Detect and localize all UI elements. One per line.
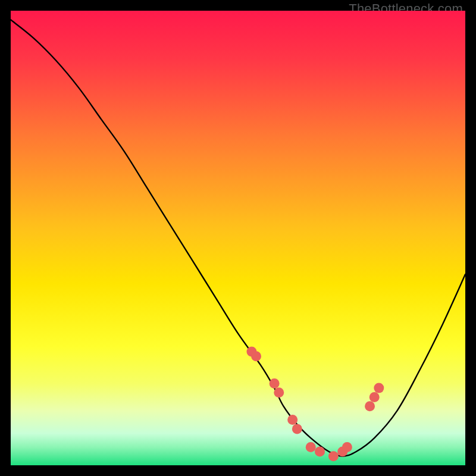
highlight-dot <box>306 442 316 452</box>
bottleneck-chart <box>11 11 465 465</box>
highlight-dot <box>374 383 384 393</box>
highlight-dot <box>287 415 298 425</box>
highlight-dot <box>342 442 352 452</box>
highlight-dot <box>274 387 284 397</box>
gradient-background <box>11 11 465 465</box>
chart-frame <box>11 11 465 465</box>
highlight-dot <box>315 447 325 457</box>
highlight-dot <box>251 351 261 361</box>
highlight-dot <box>270 378 280 389</box>
highlight-dot <box>369 392 380 402</box>
highlight-dot <box>328 451 339 461</box>
highlight-dot <box>365 401 375 411</box>
highlight-dot <box>292 424 302 434</box>
